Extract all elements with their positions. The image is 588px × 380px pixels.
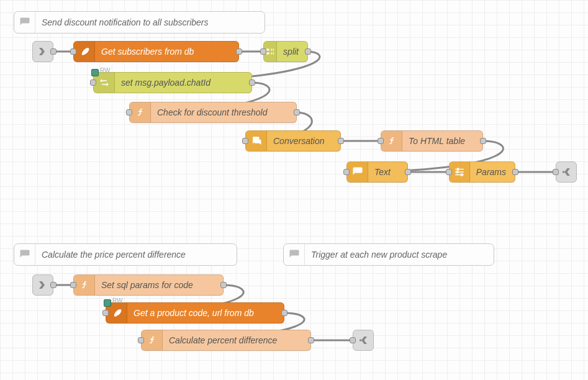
node-label: Text [368,167,399,177]
comment-flow1[interactable]: Send discount notification to all subscr… [14,11,265,34]
comment-icon [14,12,35,33]
function-icon [130,102,151,122]
node-to-html-table[interactable]: To HTML table [381,130,483,152]
badge-label: RW [100,67,110,74]
function-icon [74,275,95,295]
node-label: Conversation [267,136,333,146]
function-icon [381,131,402,151]
node-calc-percent[interactable]: Calculate percent difference [141,330,311,351]
node-label: Params [470,167,515,177]
node-label: Calculate percent difference [163,335,286,345]
node-label: Check for discount threshold [151,107,276,117]
feather-icon [74,42,95,61]
node-label: Get a product code, url from db [127,308,263,318]
node-label: set msg.payload.chatId [115,78,219,88]
link-in-flow2[interactable] [32,274,53,296]
node-get-product[interactable]: RW Get a product code, url from db [106,302,284,323]
comment-icon [284,244,305,265]
comment-label: Send discount notification to all subscr… [35,17,218,27]
node-set-chatid[interactable]: RW set msg.payload.chatId [93,72,252,93]
node-label: split [277,47,307,57]
comment-flow2[interactable]: Calculate the price percent difference [14,243,237,266]
message-icon [347,162,368,182]
node-split[interactable]: split [263,41,308,62]
chat-icon [246,131,267,151]
link-out-flow2[interactable] [353,330,374,351]
node-label: Get subscribers from db [95,47,202,57]
node-check-threshold[interactable]: Check for discount threshold [129,102,297,123]
comment-label: Calculate the price percent difference [35,250,196,260]
sliders-icon [450,162,470,182]
svg-rect-1 [266,53,269,55]
badge-label: RW [112,297,122,304]
status-badge [104,299,111,307]
comment-flow3[interactable]: Trigger at each new product scrape [283,243,494,266]
link-out-flow1[interactable] [556,161,577,183]
comment-label: Trigger at each new product scrape [305,250,457,260]
node-params[interactable]: Params [449,161,515,183]
node-get-subscribers[interactable]: Get subscribers from db [73,41,239,62]
function-icon [142,330,163,350]
node-label: To HTML table [402,136,474,146]
link-in-flow1[interactable] [32,41,53,62]
svg-rect-5 [273,53,274,55]
node-set-sql-params[interactable]: Set sql params for code [73,274,224,296]
svg-rect-0 [266,49,269,51]
svg-rect-2 [271,49,273,51]
svg-rect-4 [271,53,273,55]
node-label: Set sql params for code [95,280,202,290]
comment-icon [14,244,35,265]
svg-rect-3 [273,49,274,51]
node-conversation[interactable]: Conversation [245,130,341,152]
status-badge [91,69,99,76]
node-text[interactable]: Text [346,161,408,183]
